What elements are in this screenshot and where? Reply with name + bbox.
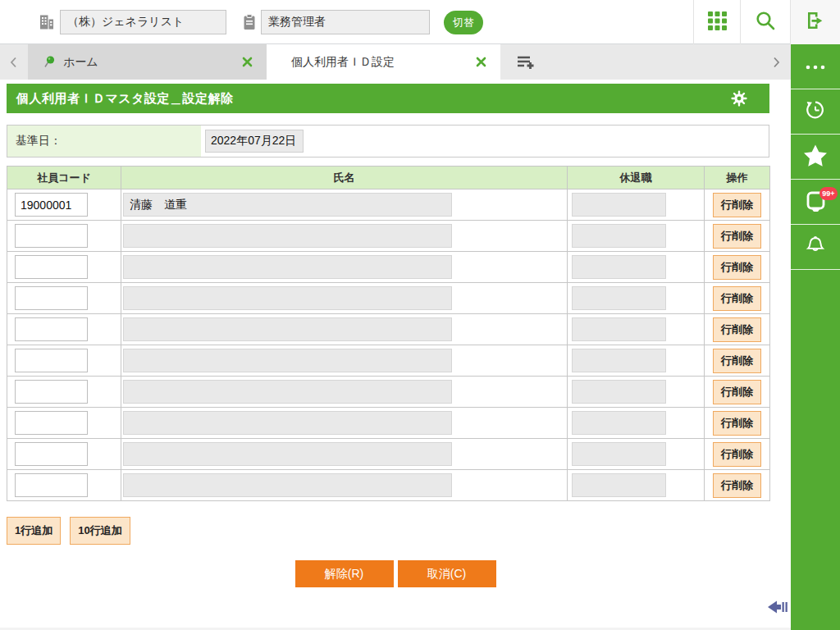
employee-name-field <box>123 255 452 279</box>
employee-code-input[interactable] <box>15 224 88 248</box>
table-row: 行削除 <box>7 439 770 470</box>
logout-icon <box>805 10 826 34</box>
collapse-panel-icon[interactable] <box>766 596 789 621</box>
employee-code-input[interactable] <box>15 473 88 497</box>
notification-badge: 99+ <box>819 187 838 200</box>
delete-row-button[interactable]: 行削除 <box>713 255 761 280</box>
employee-code-input[interactable] <box>15 317 88 341</box>
company-input[interactable] <box>60 10 226 34</box>
main-content: 個人利用者ＩＤマスタ設定＿設定解除 基準日： 社員コード 氏名 休退職 操作 <box>0 80 791 630</box>
employee-name-field <box>123 411 452 435</box>
role-input[interactable] <box>261 10 430 34</box>
delete-row-button[interactable]: 行削除 <box>713 224 761 249</box>
form-actions: 解除(R) 取消(C) <box>0 560 791 587</box>
tab-personal-user-id[interactable]: 個人利用者ＩＤ設定 <box>267 44 500 80</box>
delete-row-button[interactable]: 行削除 <box>713 193 761 217</box>
role-icon <box>242 13 257 34</box>
page-title: 個人利用者ＩＤマスタ設定＿設定解除 <box>7 91 234 107</box>
employee-code-input[interactable] <box>15 349 88 372</box>
employee-name-field <box>123 349 452 372</box>
employee-code-input[interactable] <box>15 255 88 279</box>
delete-row-button[interactable]: 行削除 <box>713 411 761 436</box>
tab-bar: ホーム 個人利用者ＩＤ設定 <box>0 44 791 80</box>
employee-code-input[interactable] <box>15 193 88 217</box>
delete-row-button[interactable]: 行削除 <box>713 473 761 498</box>
settings-gear-icon[interactable] <box>730 89 748 111</box>
table-body: 行削除 行削除 行削除 行削除 行削除 <box>7 189 770 501</box>
delete-row-button[interactable]: 行削除 <box>713 442 761 467</box>
application-window: 切替 ホーム <box>0 0 840 630</box>
search-button[interactable] <box>740 0 790 44</box>
leave-status-field <box>572 255 666 279</box>
delete-row-button[interactable]: 行削除 <box>713 380 761 404</box>
search-icon <box>755 10 776 34</box>
leave-status-field <box>572 473 666 497</box>
column-header-employee-code: 社員コード <box>7 167 121 189</box>
employee-code-input[interactable] <box>15 380 88 404</box>
table-row: 行削除 <box>7 377 770 408</box>
close-tab-icon[interactable] <box>473 54 489 70</box>
right-sidebar: 99+ <box>791 44 840 630</box>
favorites-button[interactable] <box>791 135 840 180</box>
tab-list-add-button[interactable] <box>507 44 545 80</box>
leave-status-field <box>572 317 666 341</box>
add-row-controls: 1行追加 10行追加 <box>7 517 130 545</box>
history-button[interactable] <box>791 89 840 135</box>
leave-status-field <box>572 193 666 217</box>
leave-status-field <box>572 380 666 404</box>
leave-status-field <box>572 286 666 310</box>
employee-name-field <box>123 473 452 497</box>
table-row: 行削除 <box>7 221 770 252</box>
base-date-input[interactable] <box>205 130 304 153</box>
leave-status-field <box>572 349 666 372</box>
more-options-button[interactable] <box>791 44 840 89</box>
bell-icon <box>803 233 828 261</box>
add-one-row-button[interactable]: 1行追加 <box>7 517 61 545</box>
employee-name-field <box>123 224 452 248</box>
close-tab-icon[interactable] <box>240 54 255 70</box>
column-header-name: 氏名 <box>121 167 568 189</box>
alerts-button[interactable] <box>791 225 840 270</box>
page-header: 個人利用者ＩＤマスタ設定＿設定解除 <box>7 84 769 113</box>
table-row: 行削除 <box>7 283 770 314</box>
star-icon <box>803 144 828 171</box>
switch-button[interactable]: 切替 <box>444 11 483 34</box>
leave-status-field <box>572 411 666 435</box>
employee-code-input[interactable] <box>15 442 88 466</box>
table-row: 行削除 <box>7 345 770 377</box>
tab-scroll-right-button[interactable] <box>761 44 791 80</box>
release-button[interactable]: 解除(R) <box>295 560 394 587</box>
history-icon <box>803 98 828 126</box>
app-grid-button[interactable] <box>693 0 740 44</box>
employee-name-field <box>123 193 452 217</box>
employee-table: 社員コード 氏名 休退職 操作 行削除 行削除 行削除 <box>7 166 770 501</box>
delete-row-button[interactable]: 行削除 <box>713 317 761 342</box>
table-row: 行削除 <box>7 189 770 221</box>
column-header-action: 操作 <box>705 167 770 189</box>
delete-row-button[interactable]: 行削除 <box>713 286 761 311</box>
delete-row-button[interactable]: 行削除 <box>713 349 761 373</box>
table-header-row: 社員コード 氏名 休退職 操作 <box>7 167 770 189</box>
employee-code-input[interactable] <box>15 411 88 435</box>
ellipsis-icon <box>805 59 826 74</box>
column-header-leave: 休退職 <box>568 167 705 189</box>
cancel-button[interactable]: 取消(C) <box>398 560 496 587</box>
leave-status-field <box>572 224 666 248</box>
employee-code-input[interactable] <box>15 286 88 310</box>
employee-name-field <box>123 317 452 341</box>
employee-name-field <box>123 380 452 404</box>
tab-label: ホーム <box>63 55 98 70</box>
tab-scroll-left-button[interactable] <box>0 44 28 80</box>
app-grid-icon <box>707 11 728 34</box>
add-ten-rows-button[interactable]: 10行追加 <box>70 517 130 545</box>
logout-button[interactable] <box>790 0 840 44</box>
table-row: 行削除 <box>7 408 770 439</box>
table-row: 行削除 <box>7 470 770 501</box>
company-icon <box>38 13 56 34</box>
base-date-panel: 基準日： <box>7 125 769 158</box>
pin-icon <box>43 55 57 69</box>
base-date-label: 基準日： <box>7 126 201 157</box>
table-row: 行削除 <box>7 314 770 345</box>
tab-home[interactable]: ホーム <box>28 44 267 80</box>
messages-button[interactable]: 99+ <box>791 180 840 225</box>
